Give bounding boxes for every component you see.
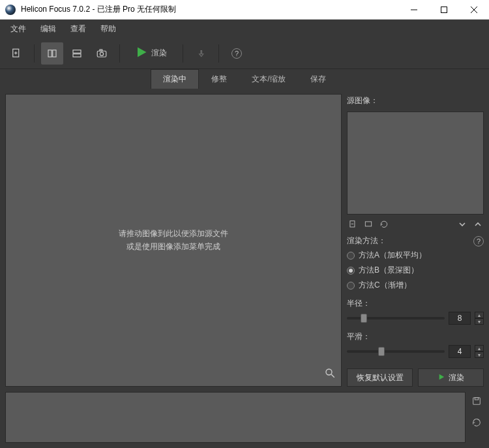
magnifier-icon[interactable]: [324, 367, 336, 381]
render-label: 渲染: [151, 48, 167, 59]
menu-view[interactable]: 查看: [64, 21, 93, 37]
camera-button[interactable]: [91, 42, 113, 65]
collapse-icon[interactable]: [456, 218, 468, 230]
tab-rendering[interactable]: 渲染中: [151, 69, 199, 89]
smoothing-down[interactable]: ▾: [475, 351, 484, 358]
svg-line-16: [331, 374, 334, 378]
svg-marker-14: [138, 48, 147, 57]
help-button[interactable]: ?: [226, 42, 248, 65]
radius-label: 半径：: [347, 298, 484, 309]
svg-rect-22: [475, 398, 478, 400]
share-button[interactable]: [190, 42, 212, 65]
svg-point-12: [100, 52, 103, 55]
svg-rect-9: [73, 50, 81, 53]
radius-down[interactable]: ▾: [475, 318, 484, 325]
svg-point-15: [326, 369, 332, 375]
menu-help[interactable]: 帮助: [94, 21, 123, 37]
close-button[interactable]: [459, 0, 489, 20]
tab-text-scale[interactable]: 文本/缩放: [239, 69, 297, 89]
minimize-button[interactable]: [399, 0, 429, 20]
refresh-output-icon[interactable]: [471, 417, 482, 430]
menu-edit[interactable]: 编辑: [34, 21, 63, 37]
reset-defaults-button[interactable]: 恢复默认设置: [347, 368, 413, 387]
radius-value[interactable]: 8: [449, 312, 471, 325]
render-method-label: 渲染方法：: [347, 235, 473, 246]
svg-rect-10: [73, 53, 81, 57]
method-c-radio[interactable]: 方法C（渐增）: [347, 279, 484, 291]
maximize-button[interactable]: [429, 0, 459, 20]
radius-up[interactable]: ▴: [475, 312, 484, 318]
svg-marker-20: [439, 374, 444, 380]
smoothing-slider[interactable]: [347, 350, 445, 353]
canvas-placeholder: 请推动图像到此以便添加源文件 或是使用图像添加菜单完成: [119, 228, 228, 252]
canvas-drop-area[interactable]: 请推动图像到此以便添加源文件 或是使用图像添加菜单完成: [5, 94, 342, 387]
smoothing-label: 平滑：: [347, 331, 484, 342]
layout-split-horizontal-button[interactable]: [66, 42, 88, 65]
add-file-button[interactable]: [5, 42, 27, 65]
svg-rect-19: [365, 222, 371, 226]
tab-save[interactable]: 保存: [298, 69, 338, 89]
window-title: Helicon Focus 7.0.2 - 已注册 Pro 无任何限制: [21, 4, 399, 15]
open-folder-icon[interactable]: [363, 218, 374, 230]
tab-bar: 渲染中 修整 文本/缩放 保存: [0, 69, 489, 89]
refresh-icon[interactable]: [378, 218, 390, 230]
expand-icon[interactable]: [472, 218, 484, 230]
tab-retouch[interactable]: 修整: [199, 69, 239, 89]
help-icon: ?: [231, 48, 242, 59]
output-panel[interactable]: [5, 392, 466, 443]
svg-rect-13: [100, 50, 102, 51]
smoothing-value[interactable]: 4: [449, 345, 471, 358]
remove-image-icon[interactable]: [347, 218, 359, 230]
layout-split-vertical-button[interactable]: [41, 42, 63, 65]
svg-rect-1: [441, 7, 447, 12]
play-icon: [438, 373, 445, 382]
method-b-radio[interactable]: 方法B（景深图）: [347, 264, 484, 276]
menu-file[interactable]: 文件: [4, 21, 33, 37]
method-help-icon[interactable]: ?: [473, 236, 484, 246]
smoothing-up[interactable]: ▴: [475, 345, 484, 351]
toolbar: 渲染 ?: [0, 38, 489, 69]
render-button[interactable]: 渲染: [126, 42, 176, 65]
save-output-icon[interactable]: [471, 396, 482, 408]
render-side-button[interactable]: 渲染: [418, 368, 484, 387]
radius-slider[interactable]: [347, 317, 445, 320]
menu-bar: 文件 编辑 查看 帮助: [0, 20, 489, 38]
source-images-list[interactable]: [347, 112, 484, 215]
svg-rect-8: [53, 50, 56, 57]
svg-rect-21: [473, 398, 481, 405]
app-logo-icon: [5, 5, 16, 15]
play-icon: [136, 46, 147, 60]
side-panel: 源图像： 渲染方法： ? 方法A（加权平均） 方法B（景深图） 方法C（渐增）: [347, 94, 484, 387]
method-a-radio[interactable]: 方法A（加权平均）: [347, 249, 484, 261]
title-bar: Helicon Focus 7.0.2 - 已注册 Pro 无任何限制: [0, 0, 489, 20]
svg-rect-7: [48, 50, 52, 57]
source-images-label: 源图像：: [347, 94, 484, 108]
